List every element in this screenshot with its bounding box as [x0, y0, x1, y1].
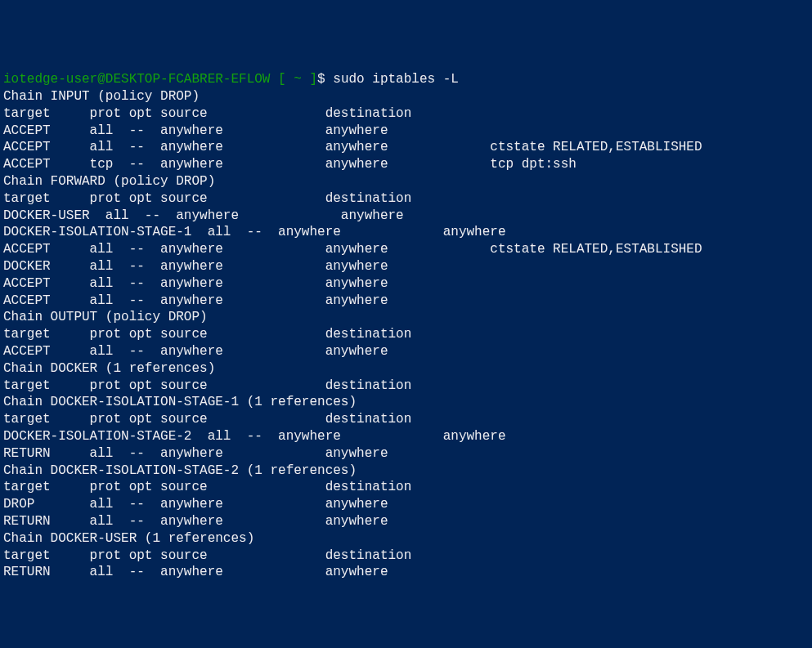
rule-row: ACCEPT all -- anywhere anywhere: [3, 275, 809, 293]
prompt-close: ]: [302, 72, 317, 87]
prompt-open: [: [270, 72, 294, 87]
rule-row: ACCEPT all -- anywhere anywhere ctstate …: [3, 139, 809, 156]
chain-columns: target prot opt source destination: [3, 547, 809, 565]
chain-header: Chain INPUT (policy DROP): [3, 88, 809, 105]
rule-row: ACCEPT all -- anywhere anywhere: [3, 343, 809, 360]
chain-columns: target prot opt source destination: [3, 378, 809, 395]
rule-row: DOCKER-USER all -- anywhere anywhere: [3, 208, 809, 225]
terminal-output: Chain INPUT (policy DROP)target prot opt…: [3, 88, 809, 581]
rule-row: DOCKER-ISOLATION-STAGE-2 all -- anywhere…: [3, 428, 809, 445]
rule-row: ACCEPT all -- anywhere anywhere: [3, 293, 809, 310]
chain-header: Chain DOCKER-USER (1 references): [3, 530, 809, 547]
rule-row: ACCEPT all -- anywhere anywhere: [3, 123, 809, 140]
prompt-path: ~: [294, 72, 302, 87]
chain-header: Chain FORWARD (policy DROP): [3, 173, 809, 190]
chain-columns: target prot opt source destination: [3, 411, 809, 428]
rule-row: RETURN all -- anywhere anywhere: [3, 564, 809, 581]
prompt-dollar: $: [317, 72, 333, 87]
rule-row: ACCEPT tcp -- anywhere anywhere tcp dpt:…: [3, 156, 809, 173]
chain-header: Chain DOCKER-ISOLATION-STAGE-1 (1 refere…: [3, 394, 809, 411]
chain-columns: target prot opt source destination: [3, 190, 809, 208]
prompt-line[interactable]: iotedge-user@DESKTOP-FCABRER-EFLOW [ ~ ]…: [3, 71, 809, 88]
rule-row: DOCKER all -- anywhere anywhere: [3, 258, 809, 275]
chain-header: Chain OUTPUT (policy DROP): [3, 309, 809, 326]
chain-columns: target prot opt source destination: [3, 479, 809, 496]
chain-columns: target prot opt source destination: [3, 105, 809, 123]
prompt-user-host: iotedge-user@DESKTOP-FCABRER-EFLOW: [3, 72, 270, 87]
command-text: sudo iptables -L: [333, 72, 459, 87]
chain-columns: target prot opt source destination: [3, 326, 809, 343]
rule-row: DROP all -- anywhere anywhere: [3, 496, 809, 513]
rule-row: RETURN all -- anywhere anywhere: [3, 513, 809, 530]
rule-row: RETURN all -- anywhere anywhere: [3, 445, 809, 463]
chain-header: Chain DOCKER (1 references): [3, 360, 809, 378]
chain-header: Chain DOCKER-ISOLATION-STAGE-2 (1 refere…: [3, 463, 809, 480]
rule-row: DOCKER-ISOLATION-STAGE-1 all -- anywhere…: [3, 224, 809, 241]
rule-row: ACCEPT all -- anywhere anywhere ctstate …: [3, 241, 809, 258]
